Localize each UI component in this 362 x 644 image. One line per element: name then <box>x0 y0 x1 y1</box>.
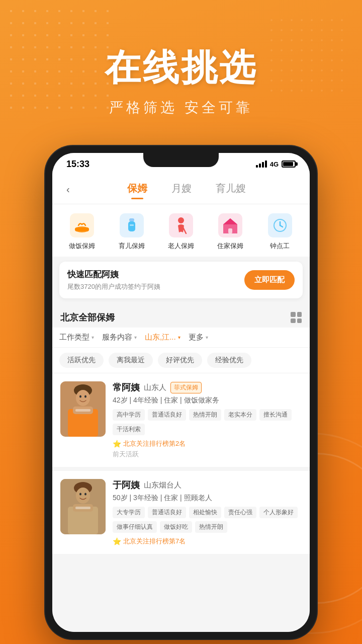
cooking-icon <box>69 212 95 238</box>
svg-rect-13 <box>228 228 232 233</box>
skill-tag: 干活利索 <box>113 424 145 435</box>
list-title: 北京全部保姆 <box>60 311 115 324</box>
skill-tag: 个人形象好 <box>259 507 298 518</box>
worker-desc-2: 50岁 | 3年经验 | 住家 | 照顾老人 <box>113 494 302 503</box>
dropdown-arrow-icon: ▾ <box>92 335 94 340</box>
worker-desc-1: 42岁 | 4年经验 | 住家 | 做饭做家务 <box>113 396 302 405</box>
elder-icon <box>168 212 194 238</box>
status-icons: 4G <box>256 160 296 168</box>
home-icon <box>217 212 243 238</box>
match-button[interactable]: 立即匹配 <box>244 270 295 290</box>
quick-match-banner: 快速匹配阿姨 尾数3720的用户成功签约于阿姨 立即匹配 <box>59 262 303 298</box>
tab-yueyue[interactable]: 月嫂 <box>171 182 192 197</box>
worker-tags-1: 高中学历 普通话良好 热情开朗 老实本分 擅长沟通 干活利索 <box>113 409 302 435</box>
skill-tag: 老实本分 <box>224 409 256 421</box>
skill-tag: 擅长沟通 <box>259 409 292 421</box>
category-childcare[interactable]: 育儿保姆 <box>109 212 154 251</box>
worker-tags-2: 大专学历 普通话良好 相处愉快 责任心强 个人形象好 做事仔细认真 做饭好吃 热… <box>113 507 302 533</box>
match-desc: 尾数3720的用户成功签约于阿姨 <box>67 282 160 291</box>
worker-card-2: 于阿姨 山东烟台人 50岁 | 3年经验 | 住家 | 照顾老人 大专学历 普通… <box>52 471 310 554</box>
back-button[interactable]: ‹ <box>62 180 74 199</box>
svg-rect-6 <box>130 224 134 226</box>
skill-tag: 热情开朗 <box>189 409 221 421</box>
network-type-icon: 4G <box>270 160 279 168</box>
worker-card-1: 常阿姨 山东人 菲式保姆 42岁 | 4年经验 | 住家 | 做饭做家务 高中学… <box>52 373 310 467</box>
svg-point-32 <box>79 493 81 496</box>
status-bar: 15:33 4G <box>52 153 310 175</box>
svg-rect-0 <box>70 213 94 237</box>
cooking-label: 做饭保姆 <box>69 242 95 251</box>
svg-rect-27 <box>75 409 90 412</box>
match-title: 快速匹配阿姨 <box>67 269 160 280</box>
worker-avatar-1 <box>60 381 106 437</box>
dropdown-arrow-icon: ▾ <box>178 335 180 340</box>
skill-tag: 做饭好吃 <box>160 521 192 533</box>
svg-point-22 <box>76 390 90 406</box>
grid-view-icon[interactable] <box>291 312 302 323</box>
signal-strength-icon <box>256 160 267 168</box>
worker-name-2: 于阿姨 <box>113 479 140 491</box>
tab-yuersa[interactable]: 育儿嫂 <box>216 182 246 197</box>
filter-region[interactable]: 山东,江... ▾ <box>145 333 180 342</box>
star-icon: ⭐ <box>113 537 121 545</box>
skill-tag: 责任心强 <box>224 507 256 518</box>
svg-rect-5 <box>128 221 135 231</box>
worker-info-1: 常阿姨 山东人 菲式保姆 42岁 | 4年经验 | 住家 | 做饭做家务 高中学… <box>113 381 302 459</box>
skill-tag: 高中学历 <box>113 409 145 421</box>
app-main-title: 在线挑选 <box>105 44 257 92</box>
svg-point-23 <box>79 395 81 398</box>
notch <box>143 153 219 167</box>
hourly-label: 钟点工 <box>270 242 290 251</box>
svg-point-8 <box>178 217 184 223</box>
filter-row: 工作类型 ▾ 服务内容 ▾ 山东,江... ▾ 更多 ▾ <box>52 328 310 348</box>
category-elder[interactable]: 老人保姆 <box>158 212 204 251</box>
worker-tag-1: 菲式保姆 <box>170 382 202 393</box>
category-hourly[interactable]: 钟点工 <box>257 212 303 251</box>
skill-tag: 普通话良好 <box>148 409 186 421</box>
elder-label: 老人保姆 <box>168 242 194 251</box>
sort-active[interactable]: 活跃优先 <box>59 353 104 368</box>
dropdown-arrow-icon: ▾ <box>206 335 208 340</box>
childcare-label: 育儿保姆 <box>119 242 145 251</box>
tab-baoma[interactable]: 保姆 <box>127 182 147 197</box>
sort-row: 活跃优先 离我最近 好评优先 经验优先 <box>52 348 310 373</box>
hourly-icon <box>267 212 293 238</box>
time-display: 15:33 <box>66 159 89 170</box>
list-header: 北京全部保姆 <box>52 303 310 328</box>
worker-avatar-2 <box>60 479 106 534</box>
sort-nearest[interactable]: 离我最近 <box>109 353 153 368</box>
dropdown-arrow-icon: ▾ <box>134 335 137 340</box>
svg-rect-2 <box>75 227 89 231</box>
worker-rank-2: ⭐ 北京关注排行榜第7名 <box>113 537 302 546</box>
filter-service[interactable]: 服务内容 ▾ <box>102 333 137 342</box>
skill-tag: 热情开朗 <box>195 521 227 533</box>
skill-tag: 相处愉快 <box>189 507 221 518</box>
star-icon: ⭐ <box>113 440 121 448</box>
svg-rect-4 <box>129 218 134 221</box>
worker-region-1: 山东人 <box>144 383 166 392</box>
svg-rect-36 <box>75 507 90 509</box>
home-label: 住家保姆 <box>217 242 243 251</box>
app-subtitle: 严格筛选 安全可靠 <box>109 98 253 117</box>
tab-group: 保姆 月嫂 育儿嫂 <box>74 182 300 197</box>
childcare-icon <box>119 212 145 238</box>
filter-more[interactable]: 更多 ▾ <box>189 333 208 342</box>
category-home[interactable]: 住家保姆 <box>208 212 253 251</box>
svg-point-24 <box>84 395 86 398</box>
worker-info-2: 于阿姨 山东烟台人 50岁 | 3年经验 | 住家 | 照顾老人 大专学历 普通… <box>113 479 302 546</box>
sort-rating[interactable]: 好评优先 <box>158 353 202 368</box>
worker-rank-1: ⭐ 北京关注排行榜第2名 <box>113 439 302 448</box>
worker-name-1: 常阿姨 <box>113 381 140 393</box>
svg-point-33 <box>84 493 86 496</box>
filter-work-type[interactable]: 工作类型 ▾ <box>59 333 94 342</box>
navigation-bar: ‹ 保姆 月嫂 育儿嫂 <box>52 175 310 204</box>
skill-tag: 做事仔细认真 <box>113 521 157 533</box>
sort-experience[interactable]: 经验优先 <box>207 353 251 368</box>
svg-point-31 <box>76 488 90 504</box>
worker-region-2: 山东烟台人 <box>144 480 182 490</box>
battery-icon <box>282 160 296 168</box>
skill-tag: 普通话良好 <box>148 507 186 518</box>
category-section: 做饭保姆 育儿保姆 <box>52 204 310 257</box>
category-cooking[interactable]: 做饭保姆 <box>59 212 105 251</box>
skill-tag: 大专学历 <box>113 507 145 518</box>
